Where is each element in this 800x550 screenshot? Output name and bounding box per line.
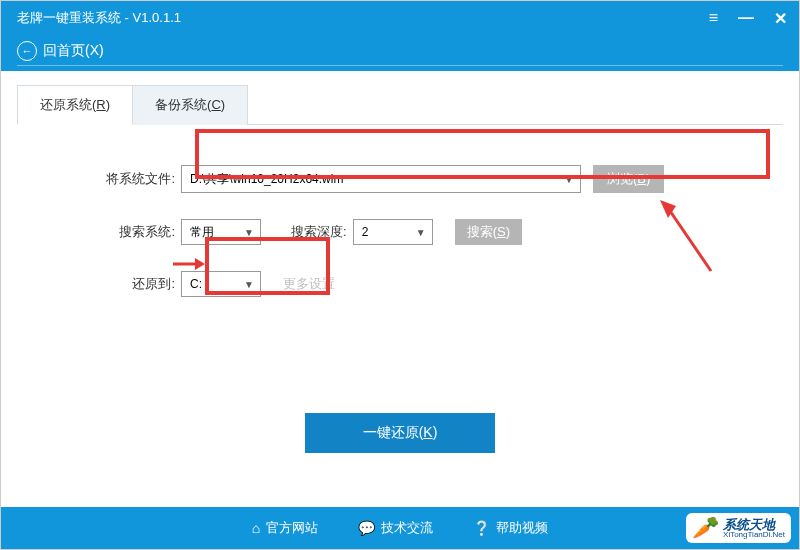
restore-target-combo[interactable]: C: ▼	[181, 271, 261, 297]
window-title: 老牌一键重装系统 - V1.0.1.1	[1, 1, 799, 27]
footer-help-label: 帮助视频	[496, 519, 548, 537]
chevron-down-icon: ▼	[244, 227, 254, 238]
footer-tech-support[interactable]: 💬 技术交流	[358, 519, 433, 537]
chevron-down-icon: ▼	[564, 174, 574, 185]
search-system-value: 常用	[190, 224, 214, 241]
help-icon: ❔	[473, 520, 490, 536]
minimize-icon[interactable]: —	[738, 9, 754, 28]
footer-tech-label: 技术交流	[381, 519, 433, 537]
chevron-down-icon: ▼	[244, 279, 254, 290]
footer-help-video[interactable]: ❔ 帮助视频	[473, 519, 548, 537]
chat-icon: 💬	[358, 520, 375, 536]
back-home-label: 回首页(X)	[43, 42, 104, 60]
search-depth-value: 2	[362, 225, 369, 239]
restore-target-label: 还原到:	[41, 275, 181, 293]
back-home-link[interactable]: ← 回首页(X)	[17, 41, 104, 61]
tab-restore[interactable]: 还原系统(R)	[17, 85, 133, 125]
home-icon: ⌂	[252, 520, 260, 536]
restore-target-value: C:	[190, 277, 202, 291]
logo-en-text: XiTongTianDi.Net	[723, 531, 785, 539]
brand-logo: 🥕 系统天地 XiTongTianDi.Net	[686, 513, 791, 543]
search-depth-label: 搜索深度:	[291, 223, 347, 241]
restore-button[interactable]: 一键还原(K)	[305, 413, 495, 453]
search-button[interactable]: 搜索(S)	[455, 219, 522, 245]
back-arrow-icon: ←	[17, 41, 37, 61]
menu-icon[interactable]: ≡	[709, 9, 718, 28]
file-path-value: D:\共享\win10_20H2x64.wim	[190, 171, 343, 188]
search-depth-combo[interactable]: 2 ▼	[353, 219, 433, 245]
close-icon[interactable]: ✕	[774, 9, 787, 28]
radish-icon: 🥕	[692, 515, 719, 541]
file-label: 将系统文件:	[41, 170, 181, 188]
tab-backup[interactable]: 备份系统(C)	[133, 85, 248, 125]
browse-button[interactable]: 浏览(B)	[593, 165, 664, 193]
footer-site-label: 官方网站	[266, 519, 318, 537]
more-settings-link[interactable]: 更多设置	[283, 275, 335, 293]
search-system-combo[interactable]: 常用 ▼	[181, 219, 261, 245]
footer-official-site[interactable]: ⌂ 官方网站	[252, 519, 318, 537]
search-system-label: 搜索系统:	[41, 223, 181, 241]
chevron-down-icon: ▼	[416, 227, 426, 238]
logo-cn-text: 系统天地	[723, 518, 785, 531]
file-path-combo[interactable]: D:\共享\win10_20H2x64.wim ▼	[181, 165, 581, 193]
